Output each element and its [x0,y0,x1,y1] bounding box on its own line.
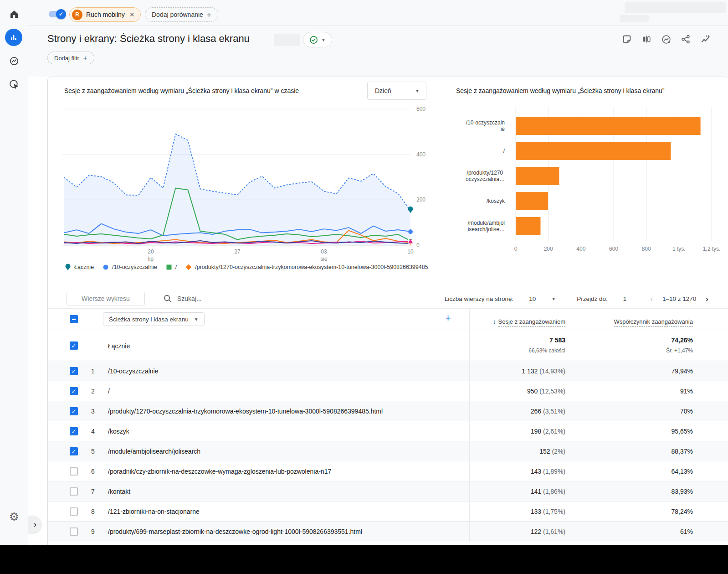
table-row: ✓5/module/ambjolisearch/jolisearch152 (2… [48,441,728,461]
table-row: 9/produkty/699-marseplast-zbiornik-na-de… [48,521,728,541]
table-row: ✓2/950 (12,53%)91% [48,381,728,401]
legend-label: /10-oczyszczalnie [112,264,157,270]
row-checkbox[interactable]: ✓ [70,407,78,415]
bar-chart: 02004006008001 tys.1,2 tys./10-oczyszcza… [454,103,728,263]
rate-value: 70% [680,401,693,421]
select-all-checkbox[interactable] [70,315,78,323]
plus-icon: + [83,54,87,62]
svg-text:1 tys.: 1 tys. [672,246,686,252]
page-title: Strony i ekrany: Ścieżka strony i klasa … [47,33,250,45]
row-checkbox[interactable]: ✓ [70,387,78,395]
totals-row: ✓ Łącznie 7 583 66,63% całości 74,26% Śr… [48,330,728,361]
row-number: 7 [88,481,98,502]
legend-item[interactable]: / [165,263,177,271]
share-icon[interactable] [680,34,691,45]
sessions-value: 122 (1,61%) [531,522,565,542]
svg-text:03: 03 [321,248,327,255]
row-checkbox[interactable]: ✓ [70,367,78,375]
sessions-value: 141 (1,86%) [531,481,565,502]
pin-marker-icon [64,263,72,271]
dimension-value: Ścieżka strony i klasa ekranu [109,316,189,323]
svg-text:oczyszczalnia…: oczyszczalnia… [466,176,505,182]
legend-item[interactable]: Łącznie [64,263,94,271]
legend-item[interactable]: /10-oczyszczalnie [102,263,157,271]
close-icon[interactable]: ✕ [128,11,135,18]
redacted-area [620,15,649,22]
row-checkbox[interactable] [70,487,78,496]
page-path: /module/ambjolisearch/jolisearch [108,441,200,461]
page-path: /koszyk [108,421,129,441]
reports-nav-item[interactable] [5,29,22,46]
search-icon [163,294,172,303]
rate-value: 61% [680,522,693,542]
row-number: 6 [88,461,98,481]
legend-item[interactable]: /produkty/1270-oczyszczalnia-trzykomorow… [185,263,428,271]
rows-per-page-label: Liczba wierszy na stronę: [445,295,514,302]
add-comparison-label: Dodaj porównanie [152,11,203,18]
rate-value: 88,37% [672,441,693,461]
column-header-rate[interactable]: Współczynnik zaangażowania [614,318,693,325]
legend-label: / [175,264,177,270]
expand-nav-button[interactable]: › [29,516,41,533]
rows-per-page-value[interactable]: 10 [529,295,536,302]
square-marker-icon [165,263,173,271]
sparkline-insights-icon[interactable] [700,34,711,45]
totals-checkbox[interactable]: ✓ [70,341,78,350]
goto-value[interactable]: 1 [623,295,627,302]
check-circle-icon [309,36,318,44]
row-checkbox[interactable]: ✓ [70,447,78,455]
svg-text:200: 200 [544,246,553,252]
settings-icon[interactable]: ⚙ [8,511,20,522]
svg-text:isearch/jolise…: isearch/jolise… [468,226,505,233]
page-path: /produkty/699-marseplast-zbiornik-na-des… [108,522,362,542]
row-checkbox[interactable] [70,467,78,476]
left-nav: ⚙ [0,0,28,545]
svg-text:600: 600 [609,246,618,252]
advertising-icon[interactable] [8,78,20,90]
page-path: /produkty/1270-oczyszczalnia-trzykomorow… [108,401,383,421]
data-quality-pill[interactable]: ▼ [303,32,332,47]
chevron-down-icon[interactable]: ▼ [551,296,556,301]
row-number: 5 [88,441,98,461]
interval-dropdown[interactable]: Dzień ▼ [367,82,426,100]
chart-legend: Łącznie/10-oczyszczalnie//produkty/1270-… [64,263,431,271]
sessions-value: 1 132 (14,93%) [522,361,565,381]
add-filter-button[interactable]: Dodaj filtr + [47,52,94,64]
row-checkbox[interactable] [70,527,78,536]
svg-text:800: 800 [642,246,651,252]
comparison-toggle[interactable]: ✓ [49,10,65,18]
pagination-controls: Liczba wierszy na stronę: 10 ▼ Przejdź d… [445,288,711,309]
explore-icon[interactable] [8,55,20,67]
report-actions [621,34,711,45]
svg-text:0: 0 [416,242,420,248]
diamond-marker-icon [185,263,192,271]
comparison-chip[interactable]: R Ruch mobilny ✕ [69,7,141,22]
row-checkbox[interactable]: ✓ [70,427,78,435]
comparison-icon[interactable] [641,34,652,45]
rate-value: 64,13% [672,461,693,481]
add-comparison-button[interactable]: Dodaj porównanie + [145,7,218,22]
next-page-icon[interactable]: › [702,294,711,303]
line-chart: 600400200020lip2703sie10 [62,104,431,264]
rate-value: 95,65% [672,421,693,441]
row-number: 4 [88,421,98,441]
previous-page-icon[interactable]: ‹ [647,294,656,303]
legend-label: /produkty/1270-oczyszczalnia-trzykomorow… [195,264,428,270]
sessions-value: 198 (2,61%) [531,421,565,441]
chart-rows-button[interactable]: Wiersze wykresu [67,292,145,305]
dimension-dropdown[interactable]: Ścieżka strony i klasa ekranu ▼ [103,312,205,326]
row-number: 2 [88,381,98,401]
interval-value: Dzień [375,87,415,94]
row-number: 1 [88,361,98,381]
note-icon[interactable] [621,34,632,45]
topbar-divider [28,25,728,26]
row-checkbox[interactable] [70,507,78,516]
search-input[interactable] [177,292,323,305]
home-icon[interactable] [8,8,20,20]
insights-icon[interactable] [661,34,672,45]
table-row: 8/121-zbiorniki-na-on-stacjonarne133 (1,… [48,501,728,521]
toolbar-divider [156,290,156,307]
column-header-sessions[interactable]: ↓Sesje z zaangażowaniem [493,318,565,325]
add-column-button[interactable]: + [445,313,451,323]
sessions-value: 143 (1,89%) [531,461,565,481]
